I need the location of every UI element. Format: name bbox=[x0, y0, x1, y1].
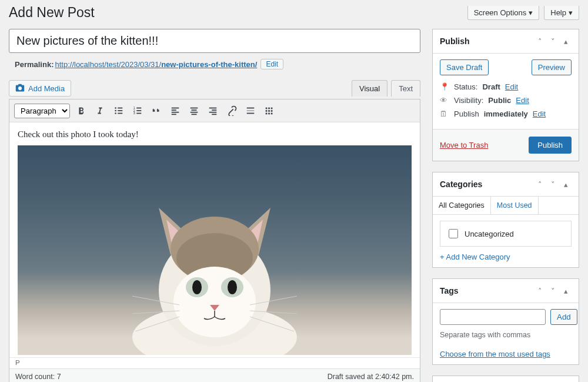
svg-rect-7 bbox=[136, 108, 141, 109]
screen-options-button[interactable]: Screen Options ▾ bbox=[467, 6, 540, 20]
svg-rect-9 bbox=[136, 110, 141, 111]
help-button[interactable]: Help ▾ bbox=[544, 6, 579, 20]
add-media-label: Add Media bbox=[28, 84, 65, 93]
permalink-link[interactable]: http://localhost/test/2023/03/31/new-pic… bbox=[55, 60, 257, 69]
category-item[interactable]: Uncategorized bbox=[446, 227, 565, 240]
category-checkbox[interactable] bbox=[449, 229, 458, 238]
move-up-icon[interactable]: ˄ bbox=[534, 35, 546, 47]
svg-rect-23 bbox=[212, 114, 216, 115]
toggle-icon[interactable]: ▴ bbox=[560, 35, 572, 47]
svg-rect-29 bbox=[271, 108, 273, 109]
svg-rect-12 bbox=[172, 108, 179, 109]
move-down-icon[interactable]: ˅ bbox=[547, 178, 559, 190]
align-center-button[interactable] bbox=[186, 103, 202, 118]
permalink-base: http://localhost/test/2023/03/31/ bbox=[55, 60, 161, 69]
move-up-icon[interactable]: ˄ bbox=[534, 285, 546, 297]
numbered-list-button[interactable]: 123 bbox=[130, 103, 145, 118]
add-media-button[interactable]: Add Media bbox=[9, 80, 71, 97]
svg-rect-35 bbox=[271, 113, 273, 115]
svg-point-0 bbox=[115, 107, 116, 109]
bold-button[interactable] bbox=[74, 103, 89, 118]
svg-rect-19 bbox=[192, 114, 197, 115]
tab-text[interactable]: Text bbox=[391, 80, 420, 97]
permalink-row: Permalink: http://localhost/test/2023/03… bbox=[15, 59, 420, 69]
edit-status-link[interactable]: Edit bbox=[505, 82, 518, 91]
svg-rect-27 bbox=[266, 108, 268, 109]
tab-all-categories[interactable]: All Categories bbox=[433, 197, 491, 214]
bullet-list-button[interactable] bbox=[111, 103, 126, 118]
read-more-button[interactable] bbox=[243, 103, 258, 118]
move-down-icon[interactable]: ˅ bbox=[547, 285, 559, 297]
add-new-category-link[interactable]: + Add New Category bbox=[440, 253, 510, 261]
edit-visibility-link[interactable]: Edit bbox=[516, 96, 529, 105]
categories-metabox: Categories ˄ ˅ ▴ All Categories Most Use… bbox=[432, 172, 579, 268]
format-select[interactable]: Paragraph bbox=[14, 104, 70, 118]
tags-metabox: Tags ˄ ˅ ▴ Add Separate tags with commas… bbox=[432, 278, 579, 365]
visibility-label: Visibility: bbox=[454, 96, 483, 105]
svg-point-40 bbox=[173, 267, 256, 337]
svg-rect-26 bbox=[247, 113, 255, 114]
tag-input[interactable] bbox=[440, 309, 546, 325]
align-left-button[interactable] bbox=[168, 103, 183, 118]
align-right-button[interactable] bbox=[205, 103, 220, 118]
edit-slug-button[interactable]: Edit bbox=[260, 59, 283, 69]
tags-title: Tags bbox=[440, 286, 459, 295]
link-button[interactable] bbox=[224, 103, 239, 118]
svg-rect-15 bbox=[172, 114, 176, 115]
svg-rect-3 bbox=[118, 110, 122, 111]
publish-title: Publish bbox=[440, 36, 470, 46]
editor-box: Paragraph 123 Check out this photo I too… bbox=[9, 99, 420, 382]
tab-most-used[interactable]: Most Used bbox=[491, 197, 539, 214]
visibility-value: Public bbox=[488, 96, 511, 105]
content-text: Check out this photo I took today! bbox=[18, 129, 412, 139]
svg-text:3: 3 bbox=[133, 111, 135, 115]
choose-tags-link[interactable]: Choose from the most used tags bbox=[440, 350, 550, 358]
preview-button[interactable]: Preview bbox=[532, 59, 572, 75]
schedule-label: Publish bbox=[454, 109, 479, 118]
move-down-icon[interactable]: ˅ bbox=[547, 35, 559, 47]
svg-rect-17 bbox=[192, 109, 197, 111]
move-up-icon[interactable]: ˄ bbox=[534, 178, 546, 190]
tags-hint: Separate tags with commas bbox=[440, 331, 572, 339]
blockquote-button[interactable] bbox=[149, 103, 164, 118]
svg-point-44 bbox=[228, 280, 237, 294]
calendar-icon: 🗓 bbox=[440, 109, 449, 118]
svg-rect-16 bbox=[191, 108, 198, 109]
move-to-trash-link[interactable]: Move to Trash bbox=[440, 141, 488, 150]
svg-rect-21 bbox=[212, 109, 216, 111]
visibility-icon: 👁 bbox=[440, 96, 449, 105]
post-title-input[interactable] bbox=[9, 29, 420, 53]
permalink-label: Permalink: bbox=[15, 60, 54, 69]
element-path: P bbox=[9, 357, 420, 368]
save-draft-button[interactable]: Save Draft bbox=[440, 59, 489, 75]
svg-rect-32 bbox=[271, 110, 273, 112]
svg-rect-1 bbox=[118, 108, 122, 109]
screen-options-label: Screen Options bbox=[474, 8, 527, 17]
content-image[interactable] bbox=[18, 145, 412, 355]
toolbar-toggle-button[interactable] bbox=[262, 103, 277, 118]
italic-button[interactable] bbox=[92, 103, 108, 118]
edit-schedule-link[interactable]: Edit bbox=[533, 109, 546, 118]
toggle-icon[interactable]: ▴ bbox=[560, 285, 572, 297]
svg-rect-5 bbox=[118, 113, 122, 114]
categories-title: Categories bbox=[440, 180, 482, 189]
editor-toolbar: Paragraph 123 bbox=[9, 99, 420, 122]
content-editor[interactable]: Check out this photo I took today! bbox=[9, 122, 420, 357]
toggle-icon[interactable]: ▴ bbox=[560, 178, 572, 190]
chevron-down-icon: ▾ bbox=[569, 8, 573, 17]
page-title: Add New Post bbox=[9, 5, 95, 21]
publish-button[interactable]: Publish bbox=[529, 137, 572, 154]
post-attributes-metabox: Post Attributes ˄ ˅ ▴ bbox=[432, 376, 579, 382]
category-label: Uncategorized bbox=[465, 230, 514, 238]
category-list: Uncategorized bbox=[440, 221, 572, 247]
tab-visual[interactable]: Visual bbox=[352, 80, 387, 97]
add-tag-button[interactable]: Add bbox=[550, 309, 577, 325]
svg-rect-13 bbox=[172, 109, 176, 111]
svg-rect-30 bbox=[266, 110, 268, 112]
svg-rect-34 bbox=[268, 113, 270, 115]
svg-rect-25 bbox=[247, 110, 255, 111]
camera-icon bbox=[15, 84, 25, 93]
status-value: Draft bbox=[482, 82, 500, 91]
autosave-status: Draft saved at 2:40:42 pm. bbox=[328, 373, 414, 381]
help-label: Help bbox=[550, 8, 566, 17]
